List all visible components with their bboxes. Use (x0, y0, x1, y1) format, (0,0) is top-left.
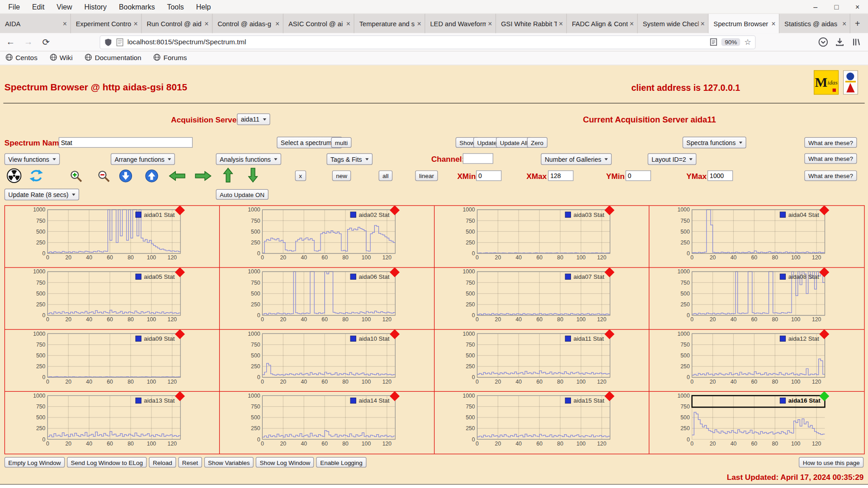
bookmark-star-icon[interactable]: ☆ (744, 38, 751, 47)
tab-close-icon[interactable]: × (204, 19, 208, 28)
button-reset[interactable]: Reset (178, 457, 202, 467)
url-bar[interactable]: localhost:8015/Spectrum/Spectrum.tml 90%… (99, 35, 755, 49)
library-icon[interactable] (851, 37, 861, 47)
chart-aida04-stat[interactable]: 02040608010012002505007501000aida04 Stat (649, 206, 864, 268)
zoom-level[interactable]: 90% (722, 38, 741, 46)
xmax-input[interactable] (548, 170, 573, 181)
update-all-button[interactable]: Update All (496, 137, 532, 148)
tab-close-icon[interactable]: × (346, 19, 350, 28)
menu-file[interactable]: File (2, 1, 26, 13)
close-button[interactable]: × (854, 3, 861, 11)
spectrum-name-input[interactable] (59, 137, 193, 148)
xmin-input[interactable] (476, 170, 501, 181)
button-send-log-window-to-elog[interactable]: Send Log Window to ELog (67, 457, 147, 467)
chart-aida13-stat[interactable]: 02040608010012002505007501000aida13 Stat (5, 392, 220, 454)
what-are-these-button-2[interactable]: What are these? (805, 153, 857, 164)
number-of-galleries-select[interactable]: Number of Galleries (541, 153, 612, 165)
what-are-these-button-1[interactable]: What are these? (805, 137, 857, 148)
menu-help[interactable]: Help (190, 1, 217, 13)
chart-aida16-stat[interactable]: 02040608010012002505007501000aida16 Stat (649, 392, 864, 454)
chart-aida10-stat[interactable]: 02040608010012002505007501000aida10 Stat (220, 330, 434, 392)
radiation-icon[interactable] (7, 168, 22, 183)
button-enable-logging[interactable]: Enable Logging (316, 457, 367, 467)
chart-aida15-stat[interactable]: 02040608010012002505007501000aida15 Stat (434, 392, 649, 454)
chart-aida09-stat[interactable]: 02040608010012002505007501000aida09 Stat (5, 330, 220, 392)
button-show-log-window[interactable]: Show Log Window (256, 457, 314, 467)
button-show-variables[interactable]: Show Variables (204, 457, 254, 467)
bookmark-documentation[interactable]: Documentation (85, 54, 142, 63)
tab-close-icon[interactable]: × (417, 19, 421, 28)
all-button[interactable]: all (379, 170, 393, 181)
channel-input[interactable] (463, 153, 493, 164)
chart-aida08-stat[interactable]: 02040608010012002505007501000aida08 Stat (649, 268, 864, 330)
downloads-icon[interactable] (835, 37, 845, 47)
arrow-down-icon[interactable] (248, 168, 258, 183)
menu-bookmarks[interactable]: Bookmarks (113, 1, 161, 13)
tab-experiment-contro[interactable]: Experiment Contro× (71, 14, 142, 33)
back-button[interactable]: ← (3, 37, 18, 47)
what-are-these-button-3[interactable]: What are these? (805, 170, 857, 181)
view-functions-select[interactable]: View functions (5, 153, 60, 165)
scroll-up-icon[interactable] (145, 169, 158, 183)
site-info-icon[interactable] (116, 38, 123, 46)
menu-view[interactable]: View (51, 1, 78, 13)
acquisition-server-select[interactable]: aida11 (237, 113, 270, 125)
tab-fadc-align-cont[interactable]: FADC Align & Cont× (567, 14, 638, 33)
chart-aida12-stat[interactable]: 02040608010012002505007501000aida12 Stat (649, 330, 864, 392)
minimize-button[interactable]: – (811, 3, 819, 11)
menu-history[interactable]: History (78, 1, 113, 13)
ymax-input[interactable] (708, 170, 733, 181)
zoom-in-icon[interactable] (69, 169, 83, 183)
reload-button[interactable]: ⟳ (39, 37, 53, 47)
chart-aida07-stat[interactable]: 02040608010012002505007501000aida07 Stat (434, 268, 649, 330)
tab-system-wide-check[interactable]: System wide Check× (638, 14, 709, 33)
tab-close-icon[interactable]: × (134, 19, 138, 28)
tab-aida[interactable]: AIDA× (0, 14, 71, 33)
tab-close-icon[interactable]: × (630, 19, 634, 28)
tab-close-icon[interactable]: × (771, 19, 775, 28)
how-to-use-button[interactable]: How to use this page (799, 457, 863, 467)
tab-control-aidas-g[interactable]: Control @ aidas-g× (212, 14, 283, 33)
button-empty-log-window[interactable]: Empty Log Window (5, 457, 65, 467)
tab-close-icon[interactable]: × (275, 19, 279, 28)
zoom-out-icon[interactable] (97, 169, 111, 183)
chart-aida03-stat[interactable]: 02040608010012002505007501000aida03 Stat (434, 206, 649, 268)
tab-close-icon[interactable]: × (488, 19, 492, 28)
zero-button[interactable]: Zero (527, 137, 547, 148)
ymin-input[interactable] (626, 170, 651, 181)
arrow-right-icon[interactable] (195, 171, 212, 181)
chart-aida06-stat[interactable]: 02040608010012002505007501000aida06 Stat (220, 268, 434, 330)
chart-aida02-stat[interactable]: 02040608010012002505007501000aida02 Stat (220, 206, 434, 268)
button-reload[interactable]: Reload (149, 457, 176, 467)
tags-fits-select[interactable]: Tags & Fits (326, 153, 372, 165)
chart-aida11-stat[interactable]: 02040608010012002505007501000aida11 Stat (434, 330, 649, 392)
chart-aida05-stat[interactable]: 02040608010012002505007501000aida05 Stat (5, 268, 220, 330)
refresh-icon[interactable] (29, 168, 44, 183)
update-rate-select[interactable]: Update Rate (8 secs) (5, 189, 79, 201)
bookmark-forums[interactable]: Forums (154, 54, 187, 63)
arrow-up-icon[interactable] (223, 168, 233, 183)
bookmark-centos[interactable]: Centos (5, 54, 38, 63)
new-tab-button[interactable]: + (850, 14, 865, 33)
reader-mode-icon[interactable] (710, 38, 717, 46)
scroll-down-icon[interactable] (119, 169, 132, 183)
linear-button[interactable]: linear (415, 170, 438, 181)
tab-close-icon[interactable]: × (700, 19, 704, 28)
chart-aida14-stat[interactable]: 02040608010012002505007501000aida14 Stat (220, 392, 434, 454)
bookmark-wiki[interactable]: Wiki (50, 54, 73, 63)
arrow-left-icon[interactable] (169, 171, 185, 181)
menu-edit[interactable]: Edit (26, 1, 50, 13)
tab-gsi-white-rabbit-t[interactable]: GSI White Rabbit T× (496, 14, 567, 33)
tab-spectrum-browser[interactable]: Spectrum Browser× (708, 14, 779, 33)
x-button[interactable]: x (295, 170, 306, 181)
tab-run-control-aid[interactable]: Run Control @ aid× (142, 14, 212, 33)
tab-close-icon[interactable]: × (842, 19, 846, 28)
multi-button[interactable]: multi (331, 137, 352, 148)
tab-asic-control-ai[interactable]: ASIC Control @ ai× (283, 14, 354, 33)
save-to-pocket-icon[interactable] (818, 37, 828, 47)
layout-id-select[interactable]: Layout ID=2 (648, 153, 697, 165)
chart-aida01-stat[interactable]: 02040608010012002505007501000aida01 Stat (5, 206, 220, 268)
analysis-functions-select[interactable]: Analysis functions (216, 153, 282, 165)
tab-close-icon[interactable]: × (63, 19, 67, 28)
new-button[interactable]: new (332, 170, 351, 181)
